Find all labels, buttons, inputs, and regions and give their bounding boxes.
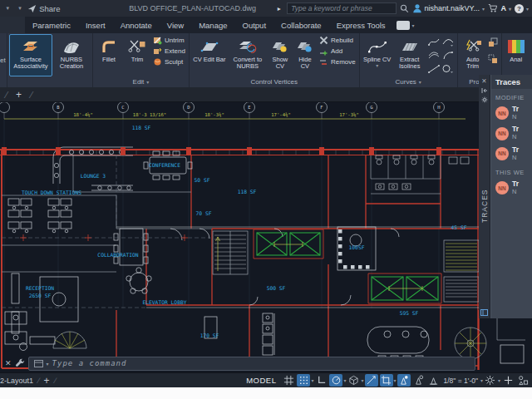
- rebuild-button[interactable]: Rebuild: [319, 36, 356, 45]
- curves-group-label[interactable]: Curves▾: [360, 76, 457, 87]
- document-title: BLVD OFFICE_PLAN-AUTOCAD.dwg: [114, 4, 272, 12]
- traces-list: MODIFIENNTrNNNTrNNNTrNTHIS WENNTrN: [491, 89, 532, 318]
- project-geometry-icon[interactable]: [488, 36, 498, 51]
- drawing-canvas[interactable]: BCDEFGH18'-4¼"18'-3 13/16"18'-3¾"17'-4¾"…: [0, 102, 532, 372]
- palette-close-icon[interactable]: ✕: [481, 76, 486, 86]
- autodesk-logo: A: [500, 4, 506, 12]
- tab-output[interactable]: Output: [235, 17, 274, 33]
- ribbon-overflow-button[interactable]: ▾: [397, 21, 415, 30]
- analysis-button[interactable]: Anal: [504, 34, 529, 76]
- edit-group-label[interactable]: Edit▾: [93, 76, 189, 87]
- command-customize-wrench-icon[interactable]: [15, 358, 25, 368]
- cv-edit-bar-button[interactable]: CV Edit Bar: [191, 34, 228, 76]
- curve-caret-icon[interactable]: [441, 36, 455, 48]
- grid-display-icon[interactable]: [282, 374, 295, 387]
- offset-curve-icon[interactable]: [427, 49, 441, 62]
- convert-to-nurbs-button[interactable]: Convert to NURBS: [228, 34, 268, 76]
- show-cv-button[interactable]: Show CV: [268, 34, 293, 76]
- tab-parametric[interactable]: Parametric: [25, 17, 78, 33]
- model-space-button[interactable]: MODEL: [246, 376, 276, 385]
- command-window-icon[interactable]: [34, 360, 43, 367]
- command-input[interactable]: ▾ Type a command: [28, 357, 475, 371]
- nurbs-creation-button[interactable]: NURBS Creation: [52, 34, 91, 76]
- cart-icon[interactable]: [488, 3, 497, 13]
- grid-bubble-letter: C: [121, 105, 124, 110]
- line-tool-icon[interactable]: [427, 62, 441, 75]
- trace-item[interactable]: NNTrN: [491, 178, 532, 198]
- trace-avatar: NN: [495, 106, 509, 120]
- tab-annotate[interactable]: Annotate: [113, 17, 160, 33]
- isodraft-caret-icon[interactable]: ▾: [361, 377, 363, 383]
- autodesk-app-button[interactable]: A ▾: [500, 4, 511, 12]
- polar-caret-icon[interactable]: ▾: [343, 377, 346, 383]
- search-input[interactable]: Type a keyword or phrase: [287, 2, 397, 14]
- tab-manage[interactable]: Manage: [191, 17, 234, 33]
- palette-vertical-tab[interactable]: TRACES: [480, 104, 489, 308]
- add-layout-button[interactable]: +: [44, 375, 50, 387]
- object-snap-caret-icon[interactable]: ▾: [394, 377, 397, 383]
- annotation-autoscale-icon[interactable]: [412, 374, 426, 387]
- extract-isolines-button[interactable]: Extract Isolines: [393, 34, 426, 76]
- control-vertices-group-label[interactable]: Control Vertices: [190, 76, 359, 87]
- blend-curve-icon[interactable]: [427, 36, 441, 48]
- settings-gear-icon[interactable]: [484, 374, 497, 387]
- trace-item[interactable]: NNTrN: [491, 103, 532, 123]
- palette-collapse-icon[interactable]: [481, 86, 488, 95]
- active-tab-partial[interactable]: [0, 17, 25, 33]
- extend-button[interactable]: Extend: [153, 47, 185, 56]
- palette-autohide-icon[interactable]: [480, 308, 488, 317]
- search-expand-icon[interactable]: ▸: [275, 2, 284, 14]
- polar-tracking-icon[interactable]: [329, 374, 342, 387]
- surface-associativity-button[interactable]: Surface Associativity: [9, 34, 52, 76]
- sculpt-button[interactable]: Sculpt: [153, 57, 185, 66]
- remove-cv-button[interactable]: Remove: [319, 57, 356, 66]
- layout-tab[interactable]: 2-Layout1: [0, 377, 33, 385]
- user-account-button[interactable]: nishant.naikVY... ▾: [412, 3, 485, 13]
- workspace-caret-icon[interactable]: ▾: [16, 2, 25, 14]
- trim-button[interactable]: Trim: [123, 34, 151, 76]
- search-icon[interactable]: [400, 3, 409, 13]
- room-label: 45 SF: [451, 224, 467, 230]
- annotation-scale-icon[interactable]: [427, 374, 441, 387]
- tab-separator: /: [3, 90, 9, 100]
- scale-caret-icon[interactable]: ▾: [480, 377, 483, 383]
- tab-insert[interactable]: Insert: [78, 17, 113, 33]
- traces-palette: ✕ TRACES Traces MODIFIENNTrNNNTrNNNTrNTH…: [479, 75, 532, 318]
- quick-access-caret-icon[interactable]: ▾: [3, 2, 12, 14]
- untrim-button[interactable]: Untrim: [153, 36, 185, 45]
- fillet-button[interactable]: Fillet: [95, 34, 123, 76]
- share-button[interactable]: Share: [27, 4, 60, 13]
- traces-panel-title[interactable]: Traces: [491, 75, 532, 89]
- surface-associativity-icon: [21, 37, 41, 57]
- spline-cv-button[interactable]: Spline CV ▾: [362, 34, 393, 76]
- tab-view[interactable]: View: [160, 17, 191, 33]
- snap-mode-icon[interactable]: [297, 374, 310, 387]
- tab-collaborate[interactable]: Collaborate: [273, 17, 329, 33]
- help-button[interactable]: ? ▾: [515, 4, 529, 13]
- partial-button[interactable]: et: [0, 33, 7, 87]
- arc-curve-icon[interactable]: [441, 49, 455, 62]
- isolate-objects-icon[interactable]: [516, 374, 530, 387]
- object-snap-tracking-icon[interactable]: [365, 374, 378, 387]
- isodraft-icon[interactable]: [347, 374, 360, 387]
- object-snap-icon[interactable]: [380, 374, 393, 387]
- trace-subtitle: N: [512, 155, 519, 162]
- ortho-mode-icon[interactable]: [314, 374, 328, 387]
- snap-caret-icon[interactable]: ▾: [311, 377, 313, 383]
- settings-caret-icon[interactable]: ▾: [498, 377, 500, 383]
- trace-item[interactable]: NNTrN: [491, 123, 532, 143]
- customize-plus-icon[interactable]: [501, 374, 515, 387]
- command-close-icon[interactable]: ✕: [5, 359, 12, 367]
- annotation-visibility-icon[interactable]: [397, 374, 411, 387]
- hide-cv-button[interactable]: Hide CV: [293, 34, 318, 76]
- tab-express-tools[interactable]: Express Tools: [329, 17, 393, 33]
- add-cv-button[interactable]: Add: [319, 47, 356, 56]
- project-view-icon[interactable]: [488, 52, 498, 67]
- new-drawing-tab-button[interactable]: +: [12, 89, 25, 101]
- palette-gear-icon[interactable]: [481, 95, 488, 104]
- auto-trim-button[interactable]: Auto Trim: [460, 34, 486, 76]
- traces-section-label: THIS WE: [491, 164, 532, 178]
- trace-item[interactable]: NNTrN: [491, 144, 532, 164]
- annotation-scale-value[interactable]: 1/8" = 1'-0": [444, 377, 478, 385]
- circle-tool-icon[interactable]: [441, 62, 455, 75]
